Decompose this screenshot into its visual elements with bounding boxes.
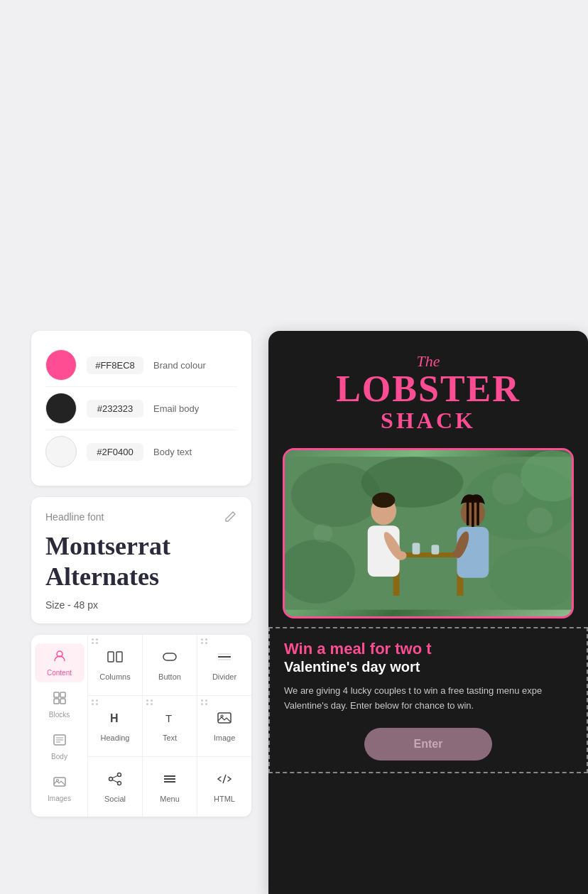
blocks-icon xyxy=(53,691,67,709)
svg-line-25 xyxy=(112,780,117,783)
left-panel: #FF8EC8 Brand colour #232323 Email body … xyxy=(31,331,251,817)
block-item-divider[interactable]: Divider xyxy=(197,635,251,695)
heading-icon: H xyxy=(107,710,123,729)
brand-color-label: Brand colour xyxy=(153,360,206,371)
color-row-text: #2F0400 Body text xyxy=(45,430,237,473)
body-color-hex[interactable]: #232323 xyxy=(87,400,143,418)
images-icon xyxy=(53,775,67,792)
block-item-social[interactable]: Social xyxy=(88,757,142,817)
font-card: Headline font Montserrat Alternates Size… xyxy=(31,497,251,623)
svg-point-20 xyxy=(221,715,223,717)
svg-rect-39 xyxy=(431,545,439,554)
logo-lobster: LOBSTER xyxy=(283,371,574,408)
content-icon xyxy=(53,649,67,667)
block-item-button[interactable]: Button xyxy=(143,635,197,695)
menu-label: Menu xyxy=(160,795,180,803)
button-label: Button xyxy=(158,672,181,681)
logo-shack: SHACK xyxy=(283,408,574,434)
svg-point-22 xyxy=(109,777,113,780)
html-icon xyxy=(217,771,232,790)
block-item-image[interactable]: Image xyxy=(197,696,251,756)
enter-button[interactable]: Enter xyxy=(364,728,492,761)
blocks-nav: Content Blocks xyxy=(31,635,88,817)
button-icon xyxy=(162,649,178,668)
brand-color-hex[interactable]: #FF8EC8 xyxy=(87,356,143,374)
email-couple-image xyxy=(283,448,574,618)
block-item-heading[interactable]: H Heading xyxy=(88,696,142,756)
color-row-brand: #FF8EC8 Brand colour xyxy=(45,344,237,387)
svg-rect-38 xyxy=(413,543,420,554)
block-item-text[interactable]: T Text xyxy=(143,696,197,756)
image-label: Image xyxy=(214,734,236,742)
color-row-body: #232323 Email body xyxy=(45,387,237,430)
font-card-header: Headline font xyxy=(45,510,237,524)
body-color-swatch[interactable] xyxy=(45,393,77,424)
text-drag-dots xyxy=(146,699,153,705)
block-item-menu[interactable]: Menu xyxy=(143,757,197,817)
nav-item-body-label: Body xyxy=(51,753,67,761)
text-color-label: Body text xyxy=(153,447,192,457)
image-icon xyxy=(217,710,232,729)
divider-drag-dots xyxy=(201,638,208,644)
image-drag-dots xyxy=(201,699,208,705)
columns-icon xyxy=(107,649,123,668)
nav-item-blocks-label: Blocks xyxy=(49,711,70,719)
svg-point-54 xyxy=(527,508,552,533)
svg-rect-4 xyxy=(60,699,65,704)
svg-line-29 xyxy=(223,775,226,783)
couple-photo xyxy=(285,450,572,616)
columns-drag-dots xyxy=(92,638,99,644)
promo-headline: Win a meal for two t xyxy=(284,640,572,658)
blocks-grid: Columns Button xyxy=(88,635,251,817)
block-item-html[interactable]: HTML xyxy=(197,757,251,817)
nav-item-body[interactable]: Body xyxy=(35,727,85,766)
blocks-card: Content Blocks xyxy=(31,635,251,817)
text-color-swatch[interactable] xyxy=(45,436,77,467)
divider-label: Divider xyxy=(212,672,236,681)
svg-point-21 xyxy=(118,773,121,776)
svg-rect-46 xyxy=(467,500,469,525)
svg-rect-11 xyxy=(108,652,114,662)
svg-rect-2 xyxy=(60,692,65,697)
nav-item-content-label: Content xyxy=(47,669,72,677)
email-promo-section: Win a meal for two t Valentine's day wor… xyxy=(268,627,588,773)
couple-illustration xyxy=(285,450,572,616)
nav-item-blocks[interactable]: Blocks xyxy=(35,685,85,724)
font-card-title: Headline font xyxy=(45,511,104,523)
email-logo: The LOBSTER SHACK xyxy=(268,331,588,448)
heading-drag-dots xyxy=(92,699,99,705)
svg-line-24 xyxy=(112,775,117,778)
social-label: Social xyxy=(104,795,126,803)
nav-item-images-label: Images xyxy=(48,795,71,802)
svg-rect-13 xyxy=(163,653,176,660)
font-size-label: Size - 48 px xyxy=(45,599,237,611)
body-icon xyxy=(53,733,67,751)
text-color-hex[interactable]: #2F0400 xyxy=(87,443,143,461)
color-card: #FF8EC8 Brand colour #232323 Email body … xyxy=(31,331,251,486)
social-icon xyxy=(107,771,123,790)
svg-point-44 xyxy=(396,551,406,560)
svg-rect-19 xyxy=(218,713,231,723)
svg-rect-47 xyxy=(472,500,474,528)
svg-rect-12 xyxy=(116,652,122,662)
svg-point-56 xyxy=(492,473,524,505)
block-item-columns[interactable]: Columns xyxy=(88,635,142,695)
svg-rect-48 xyxy=(477,500,479,525)
nav-item-images[interactable]: Images xyxy=(35,769,85,808)
text-label: Text xyxy=(163,734,177,742)
svg-text:H: H xyxy=(110,712,119,724)
email-preview: The LOBSTER SHACK xyxy=(268,331,588,894)
nav-item-content[interactable]: Content xyxy=(35,643,85,682)
heading-label: Heading xyxy=(101,734,130,742)
svg-text:T: T xyxy=(165,712,172,724)
svg-rect-1 xyxy=(54,692,59,697)
html-label: HTML xyxy=(214,795,235,803)
text-icon: T xyxy=(162,710,178,729)
svg-point-55 xyxy=(313,524,332,543)
menu-icon xyxy=(162,771,178,790)
svg-point-41 xyxy=(372,493,395,508)
font-display: Montserrat Alternates xyxy=(45,531,237,592)
edit-icon[interactable] xyxy=(223,510,237,524)
svg-point-51 xyxy=(452,550,462,557)
brand-color-swatch[interactable] xyxy=(45,349,77,381)
